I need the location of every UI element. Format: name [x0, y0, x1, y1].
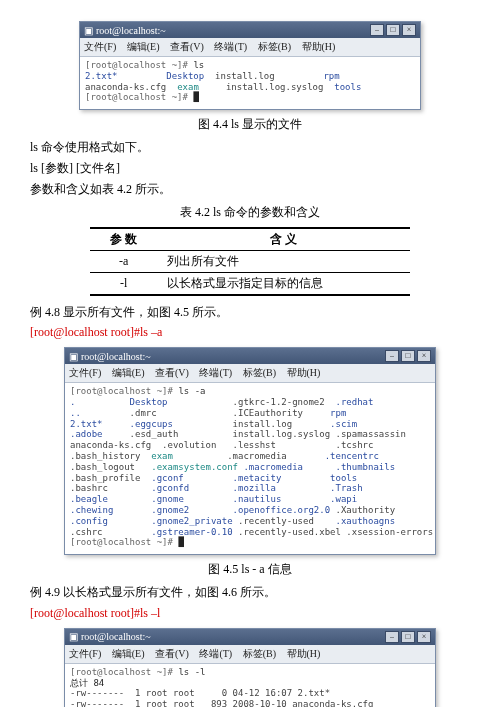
cmd-4-8: [root@localhost root]#ls –a [30, 324, 470, 341]
minimize-button[interactable]: – [370, 24, 384, 36]
menu-term[interactable]: 终端(T) [199, 367, 232, 378]
caption-table: 表 4.2 ls 命令的参数和含义 [30, 204, 470, 221]
menu-edit[interactable]: 编辑(E) [112, 367, 145, 378]
menu-tab[interactable]: 标签(B) [258, 41, 291, 52]
menu-file[interactable]: 文件(F) [84, 41, 116, 52]
term-icon: ▣ [84, 25, 93, 36]
menu-tab[interactable]: 标签(B) [243, 367, 276, 378]
title-text: root@localhost:~ [81, 631, 151, 642]
menu-help[interactable]: 帮助(H) [287, 648, 321, 659]
terminal-body[interactable]: [root@localhost ~]# ls -a . Desktop .gtk… [65, 383, 435, 554]
menu-help[interactable]: 帮助(H) [302, 41, 336, 52]
th-param: 参 数 [90, 228, 157, 251]
terminal-body[interactable]: [root@localhost ~]# ls 2.txt* Desktop in… [80, 57, 420, 109]
caption-4-4: 图 4.4 ls 显示的文件 [30, 116, 470, 133]
menu-edit[interactable]: 编辑(E) [127, 41, 160, 52]
menu-view[interactable]: 查看(V) [155, 648, 189, 659]
menu-help[interactable]: 帮助(H) [287, 367, 321, 378]
para-ref: 参数和含义如表 4.2 所示。 [30, 181, 470, 198]
terminal-body[interactable]: [root@localhost ~]# ls -l 总计 84 -rw-----… [65, 664, 435, 707]
td-l: -l [90, 272, 157, 295]
menu-term[interactable]: 终端(T) [214, 41, 247, 52]
menubar: 文件(F) 编辑(E) 查看(V) 终端(T) 标签(B) 帮助(H) [80, 38, 420, 57]
minimize-button[interactable]: – [385, 631, 399, 643]
example-4-8: 例 4.8 显示所有文件，如图 4.5 所示。 [30, 304, 470, 321]
close-button[interactable]: × [402, 24, 416, 36]
title-text: root@localhost:~ [96, 25, 166, 36]
titlebar: ▣ root@localhost:~ – □ × [80, 22, 420, 38]
menu-tab[interactable]: 标签(B) [243, 648, 276, 659]
td-a: -a [90, 250, 157, 272]
terminal-window-ls: ▣ root@localhost:~ – □ × 文件(F) 编辑(E) 查看(… [79, 21, 421, 110]
example-4-9: 例 4.9 以长格式显示所有文件，如图 4.6 所示。 [30, 584, 470, 601]
maximize-button[interactable]: □ [386, 24, 400, 36]
menu-view[interactable]: 查看(V) [170, 41, 204, 52]
menu-term[interactable]: 终端(T) [199, 648, 232, 659]
td-l-desc: 以长格式显示指定目标的信息 [157, 272, 410, 295]
term-icon: ▣ [69, 351, 78, 362]
minimize-button[interactable]: – [385, 350, 399, 362]
cmd-4-9: [root@localhost root]#ls –l [30, 605, 470, 622]
para-usage: ls 命令使用格式如下。 [30, 139, 470, 156]
td-a-desc: 列出所有文件 [157, 250, 410, 272]
menu-edit[interactable]: 编辑(E) [112, 648, 145, 659]
close-button[interactable]: × [417, 631, 431, 643]
titlebar: ▣ root@localhost:~ – □ × [65, 629, 435, 645]
caption-4-5: 图 4.5 ls - a 信息 [30, 561, 470, 578]
th-meaning: 含 义 [157, 228, 410, 251]
title-text: root@localhost:~ [81, 351, 151, 362]
menubar: 文件(F) 编辑(E) 查看(V) 终端(T) 标签(B) 帮助(H) [65, 645, 435, 664]
titlebar: ▣ root@localhost:~ – □ × [65, 348, 435, 364]
terminal-window-ls-a: ▣ root@localhost:~ – □ × 文件(F) 编辑(E) 查看(… [64, 347, 436, 555]
param-table: 参 数 含 义 -a 列出所有文件 -l 以长格式显示指定目标的信息 [90, 227, 410, 296]
maximize-button[interactable]: □ [401, 350, 415, 362]
maximize-button[interactable]: □ [401, 631, 415, 643]
menu-file[interactable]: 文件(F) [69, 648, 101, 659]
menu-file[interactable]: 文件(F) [69, 367, 101, 378]
term-icon: ▣ [69, 631, 78, 642]
menubar: 文件(F) 编辑(E) 查看(V) 终端(T) 标签(B) 帮助(H) [65, 364, 435, 383]
close-button[interactable]: × [417, 350, 431, 362]
terminal-window-ls-l: ▣ root@localhost:~ – □ × 文件(F) 编辑(E) 查看(… [64, 628, 436, 707]
para-syntax: ls [参数] [文件名] [30, 160, 470, 177]
menu-view[interactable]: 查看(V) [155, 367, 189, 378]
